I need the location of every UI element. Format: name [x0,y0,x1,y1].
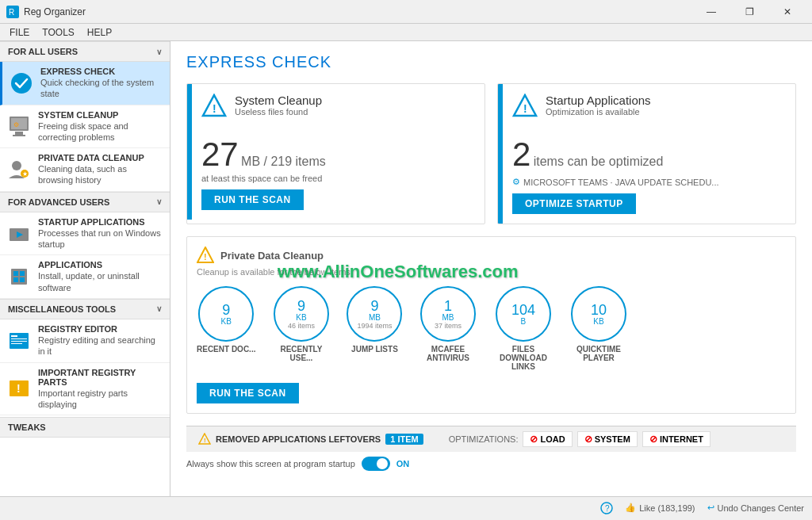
items-circles: 9 KB RECENT DOC... 9 KB 46 items RECENTL… [197,286,786,371]
item-mcafee: 1 MB 37 items MCAFEE ANTIVIRUS [418,286,477,371]
optimize-startup-button[interactable]: OPTIMIZE STARTUP [512,193,636,214]
card1-description: at least this space can be freed [192,174,485,189]
svg-rect-19 [11,335,17,337]
page-title: EXPRESS CHECK [186,53,796,71]
menu-file[interactable]: FILE [3,25,36,40]
removed-apps-section: ! REMOVED APPLICATIONS LEFTOVERS 1 ITEM [198,433,423,445]
chevron-advanced-users: ∨ [156,197,162,206]
svg-text:⚙: ⚙ [13,121,19,128]
svg-rect-15 [20,271,25,276]
svg-text:★: ★ [22,170,28,178]
svg-rect-20 [11,338,27,339]
bottom-bar: ! REMOVED APPLICATIONS LEFTOVERS 1 ITEM … [186,426,796,452]
circle-files-download: 104 B [496,286,551,342]
section-tweaks[interactable]: TWEAKS [0,417,170,438]
circle-recently-used: 9 KB 46 items [274,286,329,342]
card1-warning-icon: ! [201,94,227,124]
menu-tools[interactable]: TOOLS [36,25,80,40]
chevron-misc-tools: ∨ [156,304,162,313]
toggle-state: ON [396,459,410,468]
item-files-download: 104 B FILES DOWNLOAD LINKS [493,286,553,371]
startup-toggle[interactable] [362,457,390,471]
svg-rect-17 [20,277,25,282]
sidebar-item-important-registry[interactable]: ! IMPORTANT REGISTRY PARTS Important reg… [0,363,170,416]
sidebar-item-system-cleanup[interactable]: ⚙ SYSTEM CLEANUP Freeing disk space and … [0,105,170,149]
card1-unit: MB / 219 items [241,155,326,168]
card2-number: 2 [512,136,530,173]
removed-warning-icon: ! [198,433,211,445]
startup-applications-card: ! Startup Applications Optimization is a… [497,83,796,224]
sidebar-item-express-check[interactable]: EXPRESS CHECK Quick checking of the syst… [0,62,170,105]
registry-editor-icon [6,328,32,354]
circle-mcafee: 1 MB 37 items [420,286,476,342]
section-for-advanced-users[interactable]: FOR ADVANCED USERS ∨ [0,192,170,212]
svg-text:!: ! [204,252,207,262]
system-cleanup-text: SYSTEM CLEANUP Freeing disk space and co… [38,110,163,143]
section-label-misc-tools: MISCELLANEOUS TOOLS [8,304,116,314]
opt-system-icon: ⊘ [584,434,592,445]
item-quicktime: 10 KB QUICKTIME PLAYER [569,286,628,371]
card1-heading: System Cleanup [235,94,322,107]
opt-internet-button[interactable]: ⊘ INTERNET [642,431,710,447]
menu-help[interactable]: HELP [81,25,118,40]
like-icon: 👍 [625,503,636,513]
optimizations-section: OPTIMIZATIONS: ⊘ LOAD ⊘ SYSTEM ⊘ INTERNE… [449,431,710,447]
item-recent-docs: 9 KB RECENT DOC... [197,286,255,371]
removed-label: REMOVED APPLICATIONS LEFTOVERS [216,434,381,444]
toggle-label: Always show this screen at program start… [186,459,355,468]
section-for-all-users[interactable]: FOR ALL USERS ∨ [0,41,170,62]
undo-status[interactable]: ↩ Undo Changes Center [707,503,804,513]
card2-apps: ⚙ MICROSOFT TEAMS · JAVA UPDATE SCHEDU..… [503,174,795,193]
svg-text:!: ! [17,382,21,395]
card2-unit: items can be optimized [534,155,664,168]
sidebar-item-registry-editor[interactable]: REGISTRY EDITOR Registry editing and sea… [0,319,170,363]
items-panel-header: ! Private Data Cleanup [197,247,786,264]
svg-text:!: ! [213,102,216,115]
svg-rect-5 [15,132,23,135]
registry-editor-text: REGISTRY EDITOR Registry editing and sea… [38,324,163,358]
svg-point-2 [11,73,32,94]
opt-internet-icon: ⊘ [649,434,657,445]
startup-apps-text: STARTUP APPLICATIONS Processes that run … [38,217,163,250]
svg-point-8 [12,161,21,170]
window-title: Reg Organizer [24,6,693,17]
card2-warning-icon: ! [512,94,538,124]
items-panel-title: Private Data Cleanup [220,250,324,262]
section-misc-tools[interactable]: MISCELLANEOUS TOOLS ∨ [0,299,170,319]
section-label-advanced-users: FOR ADVANCED USERS [8,197,109,207]
svg-rect-6 [13,135,25,136]
app-icon: R [6,6,19,18]
gear-icon-1: ⚙ [512,177,520,187]
startup-apps-icon [6,221,32,247]
title-bar: R Reg Organizer — ❐ ✕ [0,0,812,24]
help-icon: ? [600,502,613,514]
sidebar-item-private-cleanup[interactable]: ★ PRIVATE DATA CLEANUP Cleaning data, su… [0,148,170,192]
like-status[interactable]: 👍 Like (183,199) [625,503,695,513]
minimize-button[interactable]: — [693,0,730,24]
item-jump-lists: 9 MB 1994 items JUMP LISTS [347,286,402,371]
system-cleanup-icon: ⚙ [6,113,32,139]
like-label: Like (183,199) [639,503,695,513]
run-scan-button-2[interactable]: RUN THE SCAN [197,383,299,403]
close-button[interactable]: ✕ [769,0,806,24]
opt-load-button[interactable]: ⊘ LOAD [523,431,572,447]
express-check-text: EXPRESS CHECK Quick checking of the syst… [40,67,163,100]
sidebar-item-applications[interactable]: APPLICATIONS Install, update, or uninsta… [0,255,170,299]
toggle-knob [377,458,388,469]
run-scan-button-1[interactable]: RUN THE SCAN [201,189,304,210]
svg-text:R: R [9,8,14,17]
items-panel-subtitle: Cleanup is available for the below items [197,267,786,277]
status-help[interactable]: ? [600,502,613,514]
svg-text:?: ? [605,504,610,513]
section-label-all-users: FOR ALL USERS [8,47,78,56]
applications-icon [6,264,32,289]
system-cleanup-card: ! System Cleanup Useless files found 27 … [186,83,485,224]
private-cleanup-text: PRIVATE DATA CLEANUP Cleaning data, such… [38,153,163,186]
items-warning-icon: ! [197,247,214,264]
restore-button[interactable]: ❐ [731,0,768,24]
opt-system-button[interactable]: ⊘ SYSTEM [577,431,638,447]
sidebar-item-startup-apps[interactable]: STARTUP APPLICATIONS Processes that run … [0,212,170,256]
content-area: EXPRESS CHECK ! System Cleanup [170,41,812,496]
svg-rect-14 [13,271,18,276]
svg-rect-21 [11,341,27,342]
